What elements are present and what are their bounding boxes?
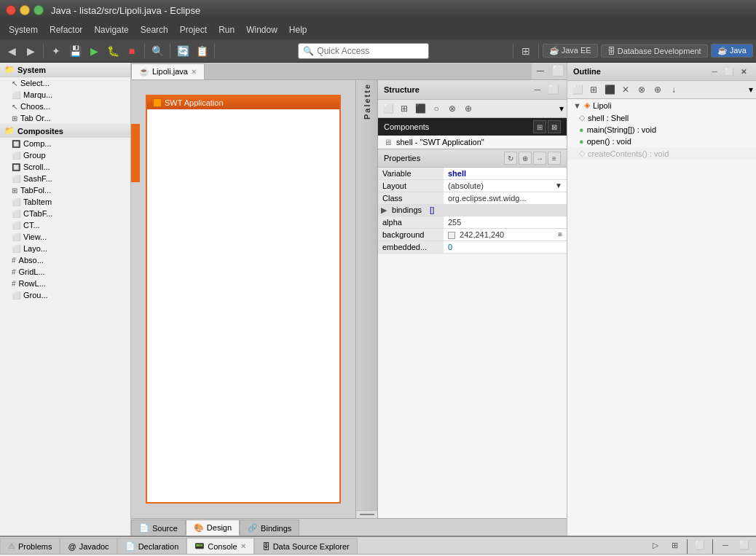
- swt-app-container[interactable]: SWT Application: [146, 95, 341, 504]
- panel-item-view[interactable]: ⬜ View...: [0, 231, 130, 243]
- bottom-minimize[interactable]: ─: [717, 536, 734, 554]
- panel-item-scroll[interactable]: 🔲 Scroll...: [0, 161, 130, 173]
- outline-item-main[interactable]: ● main(String[]) : void: [567, 124, 756, 136]
- composites-header[interactable]: 📁 Composites: [0, 124, 130, 138]
- props-btn-cycle[interactable]: ↻: [504, 152, 517, 165]
- toolbar-stop[interactable]: ■: [123, 42, 141, 60]
- editor-minimize[interactable]: ─: [532, 63, 549, 79]
- outline-btn6[interactable]: ⊕: [650, 82, 665, 97]
- struct-btn2[interactable]: ⊞: [397, 101, 412, 116]
- struct-expand[interactable]: ▾: [559, 103, 564, 114]
- toolbar-search[interactable]: 🔍: [149, 42, 166, 60]
- maximize-button[interactable]: [34, 5, 44, 15]
- toolbar-new[interactable]: ✦: [47, 42, 65, 60]
- outline-maximize[interactable]: ⬜: [722, 65, 736, 78]
- background-dropdown-icon[interactable]: ≡: [558, 230, 562, 238]
- outline-close[interactable]: ✕: [737, 65, 750, 78]
- tab-source[interactable]: 📄 Source: [131, 520, 186, 536]
- editor-maximize[interactable]: ⬜: [549, 63, 567, 79]
- menu-refactor[interactable]: Refactor: [44, 23, 88, 36]
- struct-btn3[interactable]: ⬛: [413, 101, 428, 116]
- panel-item-comp[interactable]: 🔲 Comp...: [0, 138, 130, 149]
- components-btn2[interactable]: ⊠: [548, 120, 561, 133]
- window-controls[interactable]: [6, 5, 44, 15]
- panel-item-marqu[interactable]: ⬜ Marqu...: [0, 89, 130, 101]
- struct-btn1[interactable]: ⬜: [381, 101, 395, 116]
- outline-btn4[interactable]: ✕: [618, 82, 633, 97]
- outline-btn2[interactable]: ⊞: [586, 82, 601, 97]
- props-btn-menu[interactable]: ≡: [548, 152, 561, 165]
- props-btn-plus[interactable]: ⊕: [519, 152, 532, 165]
- toolbar-forward[interactable]: ▶: [22, 42, 39, 60]
- tab-console[interactable]: 📟 Console ✕: [186, 538, 253, 554]
- toolbar-copy[interactable]: 📋: [193, 42, 210, 60]
- panel-item-tabfol[interactable]: ⊞ TabFol...: [0, 184, 130, 196]
- bottom-maximize[interactable]: ⬜: [736, 536, 753, 554]
- outline-item-createcontents[interactable]: ◇ createContents() : void: [567, 147, 756, 160]
- layout-dropdown-icon[interactable]: ▼: [555, 181, 562, 189]
- tab-design[interactable]: 🎨 Design: [186, 520, 240, 536]
- struct-btn5[interactable]: ⊗: [445, 101, 460, 116]
- menu-project[interactable]: Project: [174, 23, 213, 36]
- panel-item-row[interactable]: # RowL...: [0, 278, 130, 289]
- quick-access-input[interactable]: [317, 46, 424, 56]
- toolbar-back[interactable]: ◀: [3, 42, 20, 60]
- prop-value-alpha[interactable]: 255: [444, 216, 567, 229]
- panel-item-ctabf[interactable]: ⬜ CTabF...: [0, 208, 130, 219]
- toolbar-perspective-toggle[interactable]: ⊞: [517, 42, 535, 60]
- structure-minimize[interactable]: ─: [530, 82, 545, 97]
- console-toolbar-btn1[interactable]: ▷: [647, 536, 664, 554]
- outline-item-lipoli[interactable]: ▼ ◈ Lipoli: [567, 99, 756, 111]
- toolbar-run[interactable]: ▶: [85, 42, 103, 60]
- outline-btn3[interactable]: ⬛: [602, 82, 617, 97]
- outline-btn1[interactable]: ⬜: [570, 82, 585, 97]
- prop-value-layout[interactable]: (absolute) ▼: [444, 180, 567, 192]
- panel-item-tabor[interactable]: ⊞ Tab Or...: [0, 112, 130, 124]
- component-shell[interactable]: 🖥 shell - "SWT Application": [378, 136, 567, 149]
- menu-help[interactable]: Help: [283, 23, 313, 36]
- panel-item-choos[interactable]: ↖ Choos...: [0, 101, 130, 112]
- perspective-javaee[interactable]: ☕ Java EE: [543, 44, 598, 58]
- panel-item-ct[interactable]: ⬜ CT...: [0, 219, 130, 231]
- close-button[interactable]: [6, 5, 16, 15]
- prop-value-variable[interactable]: shell: [444, 168, 567, 180]
- components-btn1[interactable]: ⊞: [533, 120, 546, 133]
- tab-datasource[interactable]: 🗄 Data Source Explorer: [254, 538, 358, 554]
- minimize-button[interactable]: [20, 5, 30, 15]
- tab-bindings[interactable]: 🔗 Bindings: [240, 520, 299, 536]
- props-btn-arrow[interactable]: →: [533, 152, 546, 165]
- outline-item-open[interactable]: ● open() : void: [567, 136, 756, 147]
- structure-maximize[interactable]: ⬜: [546, 82, 561, 97]
- panel-item-layo[interactable]: ⬜ Layo...: [0, 243, 130, 254]
- toolbar-debug[interactable]: 🐛: [104, 42, 122, 60]
- toolbar-save[interactable]: 💾: [66, 42, 84, 60]
- menu-system[interactable]: System: [3, 23, 44, 36]
- outline-minimize[interactable]: ─: [708, 65, 721, 78]
- perspective-java[interactable]: ☕ Java: [711, 44, 753, 58]
- menu-window[interactable]: Window: [240, 23, 283, 36]
- prop-value-background[interactable]: 242,241,240 ≡: [444, 229, 567, 241]
- menu-navigate[interactable]: Navigate: [88, 23, 134, 36]
- outline-item-shell[interactable]: ◇ shell : Shell: [567, 111, 756, 124]
- expand-bindings-icon[interactable]: ▶: [381, 205, 387, 214]
- panel-item-grid[interactable]: # GridL...: [0, 266, 130, 278]
- prop-value-class[interactable]: org.eclipse.swt.widg...: [444, 192, 567, 205]
- console-toolbar-btn3[interactable]: ⬜: [691, 536, 709, 554]
- menu-search[interactable]: Search: [135, 23, 174, 36]
- tab-problems[interactable]: ⚠ Problems: [0, 538, 60, 554]
- outline-btn5[interactable]: ⊗: [634, 82, 649, 97]
- struct-btn4[interactable]: ○: [429, 101, 444, 116]
- panel-item-tabitem[interactable]: ⬜ TabItem: [0, 196, 130, 208]
- tab-close-button[interactable]: ✕: [191, 68, 197, 76]
- prop-value-embedded[interactable]: 0: [444, 241, 567, 254]
- editor-tab-lipoli[interactable]: ☕ Lipoli.java ✕: [131, 63, 205, 79]
- panel-item-select[interactable]: ↖ Select...: [0, 77, 130, 89]
- panel-item-grou[interactable]: ⬜ Grou...: [0, 289, 130, 301]
- system-header[interactable]: 📁 System: [0, 63, 130, 77]
- console-toolbar-btn2[interactable]: ⊞: [666, 536, 683, 554]
- tab-javadoc[interactable]: @ Javadoc: [60, 538, 117, 554]
- panel-item-abso[interactable]: # Abso...: [0, 254, 130, 266]
- menu-run[interactable]: Run: [213, 23, 240, 36]
- tab-declaration[interactable]: 📄 Declaration: [117, 538, 187, 554]
- struct-btn6[interactable]: ⊕: [461, 101, 476, 116]
